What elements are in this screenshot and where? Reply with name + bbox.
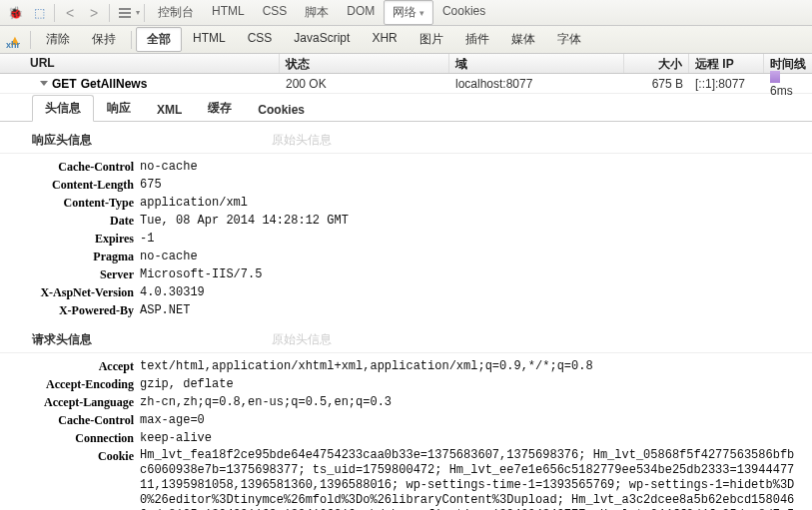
panel-tab-HTML[interactable]: HTML xyxy=(203,0,254,25)
header-row: X-AspNet-Version4.0.30319 xyxy=(0,283,812,301)
filter-CSS[interactable]: CSS xyxy=(237,27,284,52)
header-row: Connectionkeep-alive xyxy=(0,429,812,447)
dropdown-icon[interactable]: ▾ xyxy=(136,8,140,17)
time-label: 6ms xyxy=(770,84,793,98)
header-row: Cache-Controlmax-age=0 xyxy=(0,411,812,429)
header-value: Tue, 08 Apr 2014 14:28:12 GMT xyxy=(140,213,812,229)
response-headers-title: 响应头信息 原始头信息 xyxy=(0,126,812,154)
header-row: DateTue, 08 Apr 2014 14:28:12 GMT xyxy=(0,212,812,230)
separator xyxy=(131,31,132,49)
grid-header: URL 状态 域 大小 远程 IP 时间线 xyxy=(0,54,812,74)
header-value: -1 xyxy=(140,231,812,247)
ip-cell: [::1]:8077 xyxy=(689,75,764,93)
filter-插件[interactable]: 插件 xyxy=(454,27,500,52)
header-value: no-cache xyxy=(140,249,812,264)
main-toolbar: 🐞 ⬚ < > ▾ 控制台HTMLCSS脚本DOM网络Cookies xyxy=(0,0,812,26)
panel-tab-控制台[interactable]: 控制台 xyxy=(149,0,203,25)
header-row: X-Powered-ByASP.NET xyxy=(0,301,812,319)
filter-toolbar: ▲xhr 清除保持 全部HTMLCSSJavaScriptXHR图片插件媒体字体 xyxy=(0,26,812,54)
detail-tab-缓存[interactable]: 缓存 xyxy=(195,95,245,122)
header-value: 675 xyxy=(140,177,812,193)
expand-icon[interactable] xyxy=(40,81,48,86)
panel-tab-脚本[interactable]: 脚本 xyxy=(296,0,338,25)
section-title: 请求头信息 xyxy=(32,331,92,348)
filter-图片[interactable]: 图片 xyxy=(408,27,454,52)
header-row: ServerMicrosoft-IIS/7.5 xyxy=(0,265,812,283)
header-value: ASP.NET xyxy=(140,302,812,318)
header-name: Date xyxy=(0,213,140,229)
header-name: X-AspNet-Version xyxy=(0,284,140,300)
size-cell: 675 B xyxy=(624,75,689,93)
filter-全部[interactable]: 全部 xyxy=(136,27,182,52)
header-value: gzip, deflate xyxy=(140,376,812,392)
col-url[interactable]: URL xyxy=(0,54,280,73)
header-row: Content-Typeapplication/xml xyxy=(0,194,812,212)
panel-tab-网络[interactable]: 网络 xyxy=(384,0,433,25)
panel-tab-CSS[interactable]: CSS xyxy=(254,0,297,25)
header-value: 4.0.30319 xyxy=(140,284,812,300)
filter-JavaScript[interactable]: JavaScript xyxy=(283,27,361,52)
header-name: Accept-Encoding xyxy=(0,376,140,392)
timeline-cell: 6ms xyxy=(764,68,812,100)
header-name: Cache-Control xyxy=(0,412,140,428)
col-size[interactable]: 大小 xyxy=(624,54,689,73)
filter-字体[interactable]: 字体 xyxy=(546,27,592,52)
filter-媒体[interactable]: 媒体 xyxy=(500,27,546,52)
xhr-spy-icon[interactable]: ▲xhr xyxy=(4,32,26,48)
header-row: Accepttext/html,application/xhtml+xml,ap… xyxy=(0,357,812,375)
detail-tab-头信息[interactable]: 头信息 xyxy=(32,95,94,122)
domain-cell: localhost:8077 xyxy=(449,75,624,93)
separator xyxy=(30,31,31,49)
header-value: application/xml xyxy=(140,195,812,211)
header-row: Expires-1 xyxy=(0,230,812,248)
header-row: Cache-Controlno-cache xyxy=(0,158,812,176)
col-domain[interactable]: 域 xyxy=(449,54,624,73)
header-value: keep-alive xyxy=(140,430,812,446)
back-icon[interactable]: < xyxy=(59,3,81,23)
header-name: X-Powered-By xyxy=(0,302,140,318)
firebug-icon[interactable]: 🐞 xyxy=(4,3,26,23)
section-title: 响应头信息 xyxy=(32,132,92,149)
action-清除[interactable]: 清除 xyxy=(35,27,81,52)
separator xyxy=(54,4,55,22)
request-headers-title: 请求头信息 原始头信息 xyxy=(0,325,812,353)
filter-HTML[interactable]: HTML xyxy=(182,27,237,52)
forward-icon[interactable]: > xyxy=(83,3,105,23)
panel-tab-DOM[interactable]: DOM xyxy=(338,0,384,25)
filter-XHR[interactable]: XHR xyxy=(361,27,407,52)
header-name: Expires xyxy=(0,231,140,247)
menu-icon[interactable] xyxy=(114,3,136,23)
timeline-bar xyxy=(770,71,780,83)
header-name: Server xyxy=(0,266,140,282)
header-value: Hm_lvt_fea18f2ce95bde64e4754233caa0b33e=… xyxy=(140,448,812,510)
header-row: CookieHm_lvt_fea18f2ce95bde64e4754233caa… xyxy=(0,447,812,510)
detail-tab-Cookies[interactable]: Cookies xyxy=(245,98,318,122)
header-value: Microsoft-IIS/7.5 xyxy=(140,266,812,282)
detail-tab-响应[interactable]: 响应 xyxy=(94,95,144,122)
header-row: Pragmano-cache xyxy=(0,248,812,265)
header-name: Connection xyxy=(0,430,140,446)
headers-panel: 响应头信息 原始头信息 Cache-Controlno-cacheContent… xyxy=(0,122,812,510)
action-保持[interactable]: 保持 xyxy=(81,27,127,52)
inspect-icon[interactable]: ⬚ xyxy=(28,3,50,23)
header-name: Accept-Language xyxy=(0,394,140,410)
detail-tab-XML[interactable]: XML xyxy=(144,98,195,122)
raw-headers-link[interactable]: 原始头信息 xyxy=(272,331,332,348)
header-value: max-age=0 xyxy=(140,412,812,428)
header-value: text/html,application/xhtml+xml,applicat… xyxy=(140,358,812,374)
http-method: GET xyxy=(52,77,77,91)
col-status[interactable]: 状态 xyxy=(280,54,449,73)
header-name: Content-Type xyxy=(0,195,140,211)
header-name: Accept xyxy=(0,358,140,374)
header-value: zh-cn,zh;q=0.8,en-us;q=0.5,en;q=0.3 xyxy=(140,394,812,410)
col-ip[interactable]: 远程 IP xyxy=(689,54,764,73)
header-value: no-cache xyxy=(140,159,812,175)
panel-tab-Cookies[interactable]: Cookies xyxy=(433,0,494,25)
header-row: Accept-Languagezh-cn,zh;q=0.8,en-us;q=0.… xyxy=(0,393,812,411)
raw-headers-link[interactable]: 原始头信息 xyxy=(272,132,332,149)
separator xyxy=(144,4,145,22)
header-name: Cache-Control xyxy=(0,159,140,175)
request-row[interactable]: GET GetAllNews 200 OK localhost:8077 675… xyxy=(0,74,812,94)
header-name: Pragma xyxy=(0,249,140,264)
header-row: Accept-Encodinggzip, deflate xyxy=(0,375,812,393)
